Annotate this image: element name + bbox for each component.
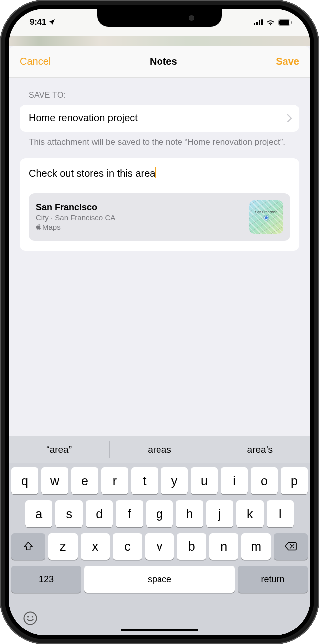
- note-compose-area[interactable]: Check out stores in this area San Franci…: [20, 158, 299, 251]
- share-sheet: Cancel Notes Save SAVE TO: Home renovati…: [9, 46, 310, 635]
- return-key[interactable]: return: [238, 566, 308, 593]
- status-indicators: [254, 19, 293, 26]
- key-k[interactable]: k: [236, 500, 263, 527]
- key-row-1: q w e r t y u i o p: [11, 467, 308, 494]
- key-f[interactable]: f: [116, 500, 143, 527]
- key-n[interactable]: n: [209, 533, 239, 560]
- attachment-source-label: Maps: [42, 223, 61, 231]
- keyboard: “area” areas area’s q w e r t y u i o: [9, 436, 310, 635]
- destination-note-name: Home renovation project: [29, 112, 138, 124]
- chevron-right-icon: [287, 114, 292, 122]
- volume-down-button: [0, 179, 0, 216]
- attachment-title: San Francisco: [36, 202, 243, 213]
- key-s[interactable]: s: [55, 500, 82, 527]
- key-p[interactable]: p: [281, 467, 308, 494]
- iphone-device-frame: 9:41 Cancel Notes Save SAVE TO:: [0, 0, 319, 644]
- screen: 9:41 Cancel Notes Save SAVE TO:: [9, 9, 310, 635]
- status-time: 9:41: [30, 17, 46, 27]
- key-b[interactable]: b: [177, 533, 206, 560]
- keys-grid: q w e r t y u i o p a s d: [9, 463, 310, 602]
- note-text-input[interactable]: Check out stores in this area: [29, 168, 155, 179]
- key-r[interactable]: r: [101, 467, 128, 494]
- backspace-icon: [284, 541, 297, 551]
- key-w[interactable]: w: [41, 467, 68, 494]
- key-c[interactable]: c: [113, 533, 142, 560]
- svg-point-5: [32, 616, 33, 617]
- svg-rect-1: [279, 20, 289, 25]
- wifi-icon: [266, 19, 275, 26]
- predictive-bar: “area” areas area’s: [9, 436, 310, 463]
- key-e[interactable]: e: [71, 467, 98, 494]
- key-t[interactable]: t: [131, 467, 158, 494]
- key-a[interactable]: a: [25, 500, 52, 527]
- prediction-2[interactable]: areas: [109, 436, 209, 463]
- shift-key[interactable]: [11, 533, 45, 560]
- key-i[interactable]: i: [221, 467, 248, 494]
- battery-icon: [278, 19, 292, 26]
- key-row-3: z x c v b n m: [11, 533, 308, 560]
- key-row-2: a s d f g h j k l: [11, 500, 308, 527]
- key-x[interactable]: x: [81, 533, 110, 560]
- key-l[interactable]: l: [267, 500, 294, 527]
- svg-point-3: [24, 612, 37, 625]
- notch: [97, 9, 222, 27]
- emoji-button[interactable]: [23, 611, 38, 629]
- save-to-label: SAVE TO:: [20, 91, 299, 100]
- prediction-3[interactable]: area’s: [210, 436, 310, 463]
- key-z[interactable]: z: [48, 533, 78, 560]
- map-thumbnail: San Francisco: [249, 200, 283, 234]
- cancel-button[interactable]: Cancel: [20, 56, 51, 67]
- ringer-switch: [0, 90, 0, 109]
- status-time-group: 9:41: [30, 17, 56, 27]
- key-d[interactable]: d: [86, 500, 113, 527]
- camera-dot: [189, 15, 194, 21]
- key-o[interactable]: o: [251, 467, 278, 494]
- key-q[interactable]: q: [11, 467, 38, 494]
- sheet-header: Cancel Notes Save: [9, 46, 310, 78]
- sheet-title: Notes: [150, 56, 177, 67]
- map-thumbnail-label: San Francisco: [255, 210, 278, 214]
- shift-icon: [23, 541, 34, 552]
- key-y[interactable]: y: [161, 467, 188, 494]
- number-key[interactable]: 123: [11, 566, 81, 593]
- key-v[interactable]: v: [145, 533, 174, 560]
- svg-rect-2: [291, 21, 292, 24]
- cellular-signal-icon: [254, 19, 263, 25]
- attachment-info: San Francisco City · San Francisco CA Ma…: [36, 202, 243, 231]
- background-peek: [9, 36, 310, 46]
- key-h[interactable]: h: [176, 500, 203, 527]
- prediction-1[interactable]: “area”: [9, 436, 109, 463]
- svg-point-4: [27, 616, 29, 617]
- apple-logo-icon: [36, 224, 41, 230]
- home-indicator[interactable]: [121, 629, 198, 631]
- backspace-key[interactable]: [274, 533, 308, 560]
- key-u[interactable]: u: [191, 467, 218, 494]
- attachment-subtitle: City · San Francisco CA: [36, 214, 243, 222]
- volume-up-button: [0, 129, 0, 167]
- key-m[interactable]: m: [241, 533, 271, 560]
- text-cursor: [155, 167, 156, 178]
- helper-text: This attachment will be saved to the not…: [20, 132, 299, 148]
- attachment-source: Maps: [36, 223, 243, 231]
- key-g[interactable]: g: [146, 500, 173, 527]
- location-icon: [48, 18, 56, 26]
- key-j[interactable]: j: [206, 500, 233, 527]
- space-key[interactable]: space: [84, 566, 235, 593]
- save-button[interactable]: Save: [276, 56, 299, 67]
- emoji-icon: [23, 611, 38, 626]
- key-row-4: 123 space return: [11, 566, 308, 593]
- map-attachment[interactable]: San Francisco City · San Francisco CA Ma…: [29, 193, 290, 241]
- destination-note-row[interactable]: Home renovation project: [20, 105, 299, 132]
